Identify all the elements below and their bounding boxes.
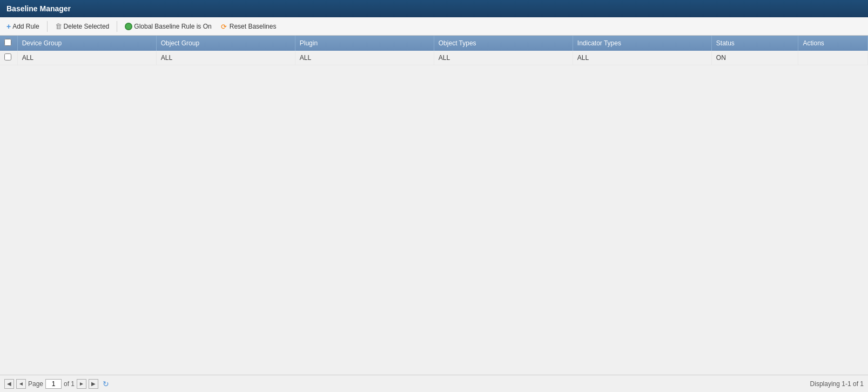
global-baseline-label: Global Baseline Rule is On [134, 23, 211, 30]
display-info: Displaying 1-1 of 1 [810, 380, 864, 388]
refresh-icon: ↻ [103, 380, 109, 388]
last-page-icon: ▶ [91, 381, 96, 387]
select-all-checkbox[interactable] [4, 39, 11, 46]
header-status: Status [711, 36, 798, 51]
prev-page-button[interactable]: ◄ [16, 379, 26, 389]
next-page-button[interactable]: ► [77, 379, 86, 389]
page-label: Page [28, 380, 43, 388]
separator-2 [117, 21, 117, 32]
prev-page-icon: ◄ [18, 381, 24, 387]
row-checkbox[interactable] [4, 53, 11, 60]
row-checkbox-cell [0, 51, 17, 65]
first-page-icon: ◀ [7, 381, 11, 387]
page-input[interactable] [45, 379, 62, 389]
last-page-button[interactable]: ▶ [89, 379, 98, 389]
add-rule-button[interactable]: + Add Rule [4, 21, 42, 32]
header-device-group: Device Group [17, 36, 156, 51]
global-baseline-button[interactable]: Global Baseline Rule is On [123, 22, 213, 31]
table-wrapper: Device Group Object Group Plugin Object … [0, 36, 868, 375]
table-header: Device Group Object Group Plugin Object … [0, 36, 868, 51]
cell-object-group: ALL [156, 51, 295, 65]
add-icon: + [6, 22, 11, 31]
separator-1 [47, 21, 48, 32]
global-baseline-icon [125, 23, 132, 30]
header-indicator-types: Indicator Types [573, 36, 711, 51]
of-label: of 1 [64, 380, 75, 388]
cell-plugin: ALL [295, 51, 434, 65]
app-title: Baseline Manager [6, 4, 71, 13]
header-plugin: Plugin [295, 36, 434, 51]
footer: ◀ ◄ Page of 1 ► ▶ ↻ Displaying 1-1 of 1 [0, 375, 868, 392]
header-actions: Actions [798, 36, 868, 51]
content-area: Device Group Object Group Plugin Object … [0, 36, 868, 375]
header-object-types: Object Types [434, 36, 573, 51]
title-bar: Baseline Manager [0, 0, 868, 17]
pagination: ◀ ◄ Page of 1 ► ▶ ↻ [4, 379, 111, 389]
delete-icon: 🗑 [55, 22, 62, 30]
cell-actions [798, 51, 868, 65]
next-page-icon: ► [79, 381, 84, 387]
table-body: ALL ALL ALL ALL ALL ON [0, 51, 868, 65]
header-checkbox-col [0, 36, 17, 51]
first-page-button[interactable]: ◀ [4, 379, 14, 389]
toolbar: + Add Rule 🗑 Delete Selected Global Base… [0, 17, 868, 36]
cell-indicator-types: ALL [573, 51, 711, 65]
refresh-button[interactable]: ↻ [100, 379, 111, 389]
reset-baselines-button[interactable]: ⟳ Reset Baselines [218, 22, 279, 31]
reset-baselines-label: Reset Baselines [230, 23, 277, 30]
cell-object-types: ALL [434, 51, 573, 65]
add-rule-label: Add Rule [12, 23, 39, 30]
data-table: Device Group Object Group Plugin Object … [0, 36, 868, 65]
reset-icon: ⟳ [220, 23, 228, 30]
table-row: ALL ALL ALL ALL ALL ON [0, 51, 868, 65]
delete-selected-button[interactable]: 🗑 Delete Selected [53, 21, 112, 31]
cell-device-group: ALL [17, 51, 156, 65]
cell-status: ON [711, 51, 798, 65]
delete-selected-label: Delete Selected [64, 23, 110, 30]
header-object-group: Object Group [156, 36, 295, 51]
